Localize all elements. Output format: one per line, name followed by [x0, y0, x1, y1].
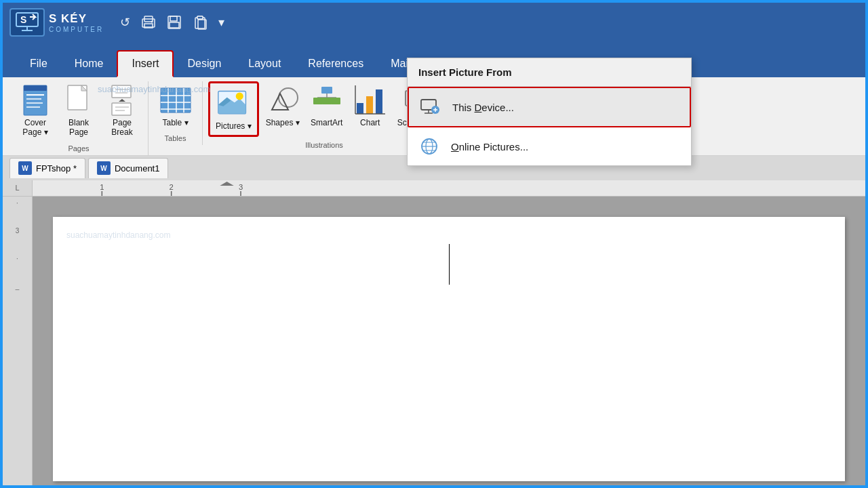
ribbon-group-tables: Table ▾ Tables — [149, 81, 203, 145]
svg-marker-26 — [119, 99, 125, 102]
undo-button[interactable]: ↺ — [116, 12, 134, 33]
clipboard-button[interactable] — [189, 12, 212, 33]
sky-text: S KÉY — [49, 12, 104, 26]
online-pictures-label: Online Pictures... — [451, 141, 528, 152]
save-button[interactable] — [163, 12, 186, 33]
logo-text-area: S KÉY COMPUTER — [49, 12, 104, 33]
tables-buttons: Table ▾ — [155, 81, 196, 130]
dropdown-header: Insert Picture From — [408, 58, 691, 87]
shapes-button[interactable]: Shapes ▾ — [262, 81, 304, 130]
logo-box: S — [9, 8, 45, 37]
doc-tab-document1[interactable]: W Document1 — [88, 158, 168, 178]
svg-rect-46 — [331, 98, 340, 104]
page-break-label: PageBreak — [111, 118, 132, 138]
ruler-corner: L — [3, 180, 33, 196]
shapes-label: Shapes ▾ — [266, 118, 300, 127]
doc-tab-document1-label: Document1 — [115, 163, 159, 174]
tab-insert[interactable]: Insert — [117, 50, 174, 77]
pages-buttons: CoverPage ▾ BlankPage — [15, 81, 142, 140]
svg-rect-44 — [313, 98, 323, 104]
dropdown-item-online-pictures[interactable]: Online Pictures... — [408, 127, 691, 165]
pictures-label: Pictures ▾ — [216, 121, 252, 131]
svg-rect-45 — [322, 98, 332, 104]
tab-design[interactable]: Design — [174, 50, 235, 77]
table-icon — [159, 84, 192, 117]
svg-text:3: 3 — [239, 183, 243, 191]
svg-rect-41 — [321, 87, 332, 94]
page-inner[interactable]: suachuamaytinhdanang.com — [53, 217, 845, 481]
smartart-button[interactable]: SmartArt — [307, 81, 347, 130]
watermark-document: suachuamaytinhdanang.com — [66, 230, 170, 240]
chart-label: Chart — [360, 118, 380, 127]
document-page-area: suachuamaytinhdanang.com — [33, 197, 865, 488]
document-content: · 3 · _ suachuamaytinhdanang.com — [3, 197, 865, 488]
tab-file[interactable]: File — [16, 50, 61, 77]
cover-page-button[interactable]: CoverPage ▾ — [15, 81, 56, 140]
svg-text:2: 2 — [170, 183, 174, 191]
text-cursor — [449, 244, 450, 285]
title-bar: S S KÉY COMPUTER ↺ — [3, 3, 865, 42]
insert-picture-dropdown: Insert Picture From This Device... — [407, 58, 692, 166]
illustrations-buttons: Pictures ▾ Shapes ▾ — [208, 81, 440, 137]
computer-text: COMPUTER — [49, 26, 104, 33]
svg-point-38 — [236, 92, 243, 100]
svg-text:1: 1 — [100, 183, 104, 191]
svg-rect-23 — [112, 85, 131, 98]
blank-page-label: BlankPage — [68, 118, 89, 138]
table-label: Table ▾ — [162, 118, 188, 127]
doc-tab-fptshop-label: FPTshop * — [36, 163, 77, 174]
svg-rect-49 — [376, 89, 382, 114]
page-break-icon — [106, 84, 138, 117]
illustrations-group-label: Illustrations — [208, 140, 440, 152]
pictures-button[interactable]: Pictures ▾ — [212, 85, 256, 134]
tab-home[interactable]: Home — [61, 50, 117, 77]
svg-rect-0 — [16, 13, 38, 26]
cover-page-icon — [19, 84, 52, 117]
table-button[interactable]: Table ▾ — [155, 81, 196, 130]
dropdown-item-this-device[interactable]: This Device... — [408, 87, 691, 127]
ruler-area: L 1 2 3 — [3, 180, 865, 197]
ruler-horizontal: 1 2 3 — [33, 180, 865, 196]
svg-marker-62 — [220, 182, 233, 186]
ruler-vertical: · 3 · _ — [3, 197, 33, 488]
svg-rect-9 — [170, 16, 177, 21]
tables-group-label: Tables — [154, 133, 197, 145]
logo-icon: S — [15, 12, 39, 33]
svg-rect-13 — [197, 16, 203, 19]
blank-page-button[interactable]: BlankPage — [58, 81, 99, 140]
word-icon-fptshop: W — [18, 161, 32, 175]
pictures-button-wrapper: Pictures ▾ — [208, 81, 259, 137]
doc-tab-fptshop[interactable]: W FPTshop * — [9, 158, 85, 178]
svg-rect-10 — [170, 22, 179, 28]
dropdown-arrow-button[interactable]: ▾ — [214, 12, 229, 33]
smartart-icon — [311, 84, 343, 117]
ribbon-group-pages: CoverPage ▾ BlankPage — [9, 81, 149, 155]
pages-group-label: Pages — [15, 143, 142, 155]
svg-text:S: S — [20, 14, 26, 25]
print-preview-button[interactable] — [137, 12, 160, 33]
svg-rect-47 — [357, 103, 363, 114]
tab-layout[interactable]: Layout — [235, 50, 294, 77]
word-icon-document1: W — [97, 161, 111, 175]
svg-rect-48 — [366, 96, 373, 114]
logo-area: S S KÉY COMPUTER — [9, 8, 104, 37]
shapes-icon — [267, 84, 299, 117]
pictures-icon — [217, 87, 250, 120]
smartart-label: SmartArt — [311, 118, 342, 127]
this-device-icon — [420, 98, 441, 117]
chart-button[interactable]: Chart — [350, 81, 391, 130]
tab-references[interactable]: References — [294, 50, 377, 77]
svg-point-7 — [151, 21, 153, 23]
page-break-button[interactable]: PageBreak — [102, 81, 142, 140]
svg-rect-27 — [112, 103, 131, 115]
quick-access-toolbar: ↺ ▾ — [116, 12, 229, 33]
blank-page-icon — [62, 84, 95, 117]
cover-page-label: CoverPage ▾ — [22, 118, 47, 138]
chart-icon — [354, 84, 387, 117]
online-pictures-icon — [418, 137, 440, 156]
this-device-label: This Device... — [452, 102, 514, 113]
svg-rect-16 — [24, 85, 47, 91]
